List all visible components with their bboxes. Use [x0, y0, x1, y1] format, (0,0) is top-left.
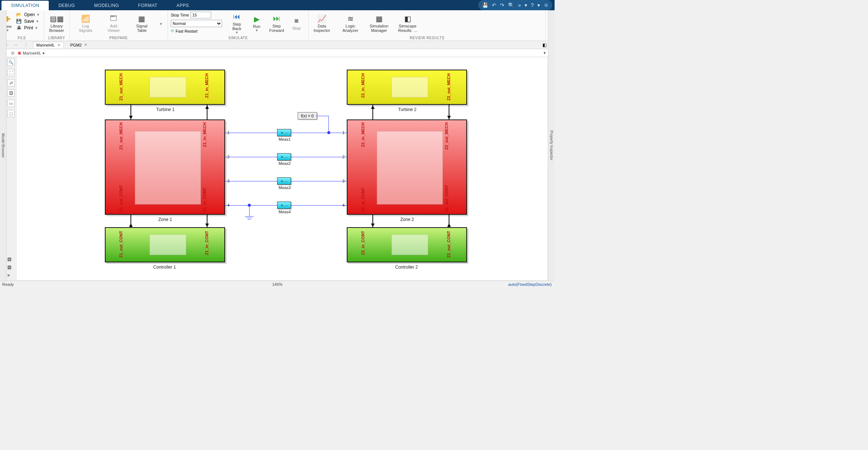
port-z2-out-cont: Z2_out_CONT [444, 185, 449, 212]
nav-up-icon[interactable]: ⇧ [23, 42, 29, 48]
simscape-label: Simscape Results ... [398, 24, 417, 33]
stop-button[interactable]: ■Stop [288, 12, 305, 34]
group-prepare-title: PREPARE [73, 36, 165, 40]
expand-icon[interactable]: » [7, 273, 16, 278]
dropdown-icon[interactable]: ▾ [525, 2, 527, 8]
port-z2-out-mech: Z2_out_MECH [444, 122, 449, 150]
layers-icon[interactable]: ▤ [7, 257, 16, 262]
tab-format[interactable]: FORMAT [129, 1, 167, 10]
fast-restart-button[interactable]: ⟳Fast Restart [171, 29, 222, 33]
open-label: Open [24, 12, 35, 17]
block-turbine-2[interactable]: Z2_in_MECH Z2_out_MECH [347, 70, 467, 105]
step-fwd-icon: ⏭ [273, 14, 280, 24]
pages-icon[interactable]: ▥ [7, 265, 16, 270]
crumb-dropdown-icon[interactable]: ▾ [544, 51, 546, 55]
image-icon[interactable]: 🖼 [7, 89, 15, 97]
model-browser-rail[interactable]: Model Browser [0, 10, 7, 281]
block-meas-4[interactable]: + . - [277, 202, 291, 209]
add-viewer-button[interactable]: 🗔Add Viewer [103, 12, 124, 34]
fit-icon[interactable]: ⛶ [7, 69, 15, 76]
model-canvas[interactable]: Z1_out_MECH Z1_in_MECH Turbine 1 Z1_out_… [17, 57, 547, 280]
open-button[interactable]: 📂Open▾ [15, 12, 41, 18]
sim-mode-select[interactable]: Normal [171, 20, 222, 27]
step-back-icon: ⏮ [233, 12, 240, 22]
close-icon[interactable]: ✕ [84, 43, 87, 47]
library-label: Library Browser [49, 24, 64, 33]
disk-icon: 💾 [16, 19, 22, 24]
port-z2-in-mech: Z2_in_MECH [361, 122, 365, 147]
data-inspector-button[interactable]: 📈Data Inspector [312, 12, 332, 34]
block-controller-1[interactable]: Z1_out_CONT Z1_in_CONT [105, 227, 225, 262]
tab-simulation[interactable]: SIMULATION [1, 1, 49, 10]
simscape-results-button[interactable]: ◧Simscape Results ... [397, 12, 418, 34]
signal-table-button[interactable]: ▦Signal Table [132, 12, 152, 34]
tab-modeling[interactable]: MODELING [85, 1, 129, 10]
simulation-manager-button[interactable]: ▦Simulation Manager [369, 12, 389, 34]
crumb-root[interactable]: MarineHIL [23, 51, 41, 55]
property-inspector-rail[interactable]: Property Inspector [548, 10, 555, 281]
group-simulate-title: SIMULATE [171, 36, 305, 40]
nav-fwd-icon[interactable]: ⇨ [12, 42, 19, 48]
run-button[interactable]: ▶Run▼ [248, 12, 265, 34]
help-icon[interactable]: ? [531, 2, 534, 8]
dropdown2-icon[interactable]: ▾ [537, 2, 540, 8]
save-label: Save [24, 19, 34, 24]
port-z1-in-cont-c: Z1_in_CONT [205, 231, 209, 255]
search-icon[interactable]: 🔍 [508, 2, 514, 8]
prepare-more-icon[interactable]: ▾ [160, 21, 162, 26]
port-z2-out-cont-c: Z2_out_CONT [446, 231, 451, 258]
label-turbine-1: Turbine 1 [156, 107, 174, 112]
redo-icon[interactable]: ↷ [500, 2, 504, 8]
block-meas-1[interactable]: + . - [277, 129, 291, 136]
close-icon[interactable]: ✕ [57, 43, 60, 48]
solver-block[interactable]: f(x) = 0 [298, 112, 317, 119]
folder-icon: 📂 [16, 12, 22, 17]
log-label: Log Signals [79, 24, 92, 33]
printer-icon: 🖶 [16, 25, 22, 30]
viewer-label: Add Viewer [107, 24, 119, 33]
target-icon[interactable]: ◎ [11, 51, 15, 55]
tab-debug[interactable]: DEBUG [49, 1, 84, 10]
save-icon[interactable]: 💾 [482, 2, 488, 8]
simmgr-label: Simulation Manager [369, 24, 388, 33]
step-forward-button[interactable]: ⏭Step Forward [268, 12, 286, 34]
label-meas-3: Meas3 [279, 185, 291, 190]
block-turbine-1[interactable]: Z1_out_MECH Z1_in_MECH [105, 70, 225, 105]
gear-icon[interactable]: ⛭ [544, 2, 549, 8]
group-review-title: REVIEW RESULTS [312, 36, 542, 40]
save-button[interactable]: 💾Save▾ [15, 18, 41, 24]
doc-tab-2[interactable]: PGM2✕ [67, 42, 90, 48]
box-icon[interactable]: ▭ [7, 100, 15, 107]
block-meas-2[interactable]: + . - [277, 153, 291, 161]
arrows-icon[interactable]: ⇄ [7, 79, 15, 86]
step-back-button[interactable]: ⏮Step Back▼ [228, 12, 246, 34]
status-solver[interactable]: auto(FixedStepDiscrete) [508, 282, 552, 287]
print-button[interactable]: 🖶Print▾ [15, 25, 41, 31]
log-signals-button[interactable]: 📶Log Signals [75, 12, 96, 34]
tab-apps[interactable]: APPS [167, 1, 198, 10]
block-zone-1[interactable]: Z1_out_MECH Z1_in_MECH Z1_out_CONT Z1_in… [105, 119, 225, 215]
restart-icon: ⟳ [171, 29, 174, 33]
doc-tab-1[interactable]: MarineHIL✕ [33, 42, 64, 48]
block-meas-3[interactable]: + . - [277, 177, 291, 185]
xml-icon[interactable]: » [518, 2, 521, 8]
grid-icon: ▦ [376, 14, 383, 24]
block-zone-2[interactable]: Z2_in_MECH Z2_out_MECH Z2_in_CONT Z2_out… [347, 119, 467, 215]
zoom-area-icon[interactable]: 🔍 [7, 59, 15, 66]
stoptime-input[interactable] [191, 12, 211, 18]
label-meas-2: Meas2 [279, 161, 291, 166]
stepback-label: Step Back [232, 22, 241, 31]
rect-icon[interactable]: ▢ [7, 110, 15, 117]
undo-icon[interactable]: ↶ [492, 2, 496, 8]
status-bar: Ready 145% auto(FixedStepDiscrete) [0, 281, 555, 287]
ribbon: ✚ New ▼ 📂Open▾ 💾Save▾ 🖶Print▾ FILE ▤▦ Li… [0, 10, 555, 41]
maximize-icon[interactable]: ◧ [542, 43, 547, 48]
table-icon: ▦ [138, 14, 145, 24]
solver-node [327, 131, 330, 134]
library-browser-button[interactable]: ▤▦ Library Browser [47, 12, 66, 34]
block-controller-2[interactable]: Z2_in_CONT Z2_out_CONT [347, 227, 467, 262]
property-inspector-label: Property Inspector [549, 130, 553, 161]
viewer-icon: 🗔 [110, 14, 117, 24]
logic-analyzer-button[interactable]: ≋Logic Analyzer [340, 12, 361, 34]
logic-icon: ≋ [347, 14, 354, 24]
